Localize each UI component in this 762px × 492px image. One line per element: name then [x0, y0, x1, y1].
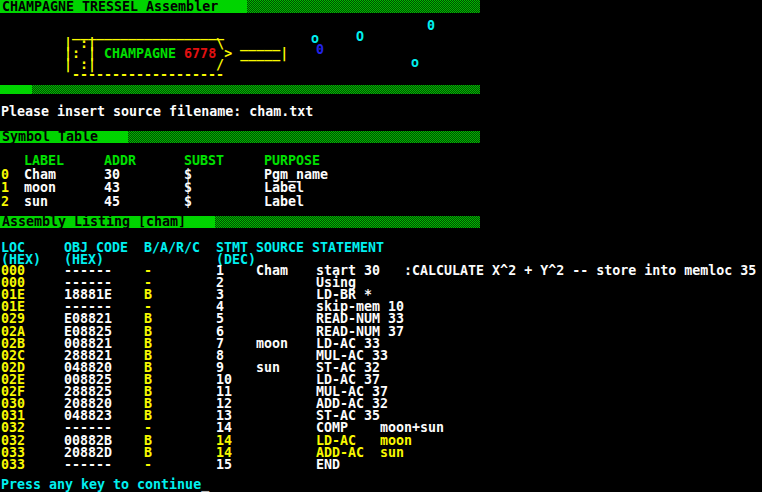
source-label: Cham [256, 265, 288, 277]
symbol-subst: $ [184, 181, 192, 195]
separator-bar-solid [0, 85, 32, 94]
col-header-purpose: PURPOSE [264, 154, 320, 168]
press-any-key-text: Press any key to continue [1, 477, 201, 492]
title-bar: CHAMPAGNE TRESSEL Assembler [0, 0, 480, 13]
listing-row: 033 20882D B 14 ADD-AC sun [0, 447, 762, 459]
app-title: CHAMPAGNE TRESSEL Assembler [0, 0, 247, 13]
bottle-row3-right: > _____| [216, 46, 288, 61]
col-header-label: LABEL [24, 154, 64, 168]
listing-row: 02D 048820 B 9 sun ST-AC 32 [0, 362, 762, 374]
assembly-listing-bar-solid: Assembly Listing [cham] [0, 216, 215, 228]
symbol-index: 0 [1, 168, 9, 182]
assembly-listing-title: Assembly Listing [cham] [0, 216, 215, 228]
symbol-table-header-row: LABEL ADDR SUBST PURPOSE [0, 154, 762, 168]
symbol-subst: $ [184, 168, 192, 182]
source-label: sun [256, 362, 280, 374]
statement-text: start 30 :CALCULATE X^2 + Y^2 -- store i… [316, 265, 756, 277]
bubble-icon: O [356, 31, 364, 43]
title-bar-dither-fill [247, 0, 480, 13]
text-cursor: _ [201, 477, 209, 492]
symbol-table-title: Symbol Table [0, 131, 128, 143]
listing-row: 000 ------ - 2 Using [0, 277, 762, 289]
symbol-purpose: Label [264, 195, 304, 209]
symbol-row: 0 Cham 30 $ Pgm_name [0, 168, 762, 182]
symbol-row: 1 moon 43 $ Label [0, 181, 762, 195]
filename-prompt: Please insert source filename: cham.txt [1, 104, 313, 119]
symbol-label: Cham [24, 168, 56, 182]
symbol-index: 1 [1, 181, 9, 195]
listing-row: 02C 288821 B 8 MUL-AC 33 [0, 350, 762, 362]
bubble-icon: 0 [316, 44, 324, 56]
assembly-listing-bar-dither-fill [215, 216, 480, 228]
symbol-subst: $ [184, 195, 192, 209]
symbol-index: 2 [1, 195, 9, 209]
bubble-icon: 0 [427, 20, 435, 32]
barc-value: - [144, 459, 152, 471]
symbol-purpose: Pgm_name [264, 168, 328, 182]
listing-row: 033 ------ - 15 END [0, 459, 762, 471]
bottle-bottom-line: ------------------- [64, 67, 224, 82]
col-header-subst: SUBST [184, 154, 224, 168]
listing-header-row-1: LOC OBJ CODE B/A/R/C STMT SOURCE STATEME… [0, 240, 762, 252]
listing-row: 030 208820 B 12 ADD-AC 32 [0, 398, 762, 410]
stmt-value: 15 [216, 459, 232, 471]
assembly-listing-bar: Assembly Listing [cham] [0, 216, 480, 228]
listing-row: 02A E08825 B 6 READ-NUM 37 [0, 326, 762, 338]
separator-bar [0, 85, 480, 94]
symbol-table-bar-dither-fill [128, 131, 480, 143]
bubble-icon: o [411, 57, 419, 69]
champagne-bottle-art: ___________________ | :| \ _____ |: | CH… [64, 28, 288, 81]
symbol-table: LABEL ADDR SUBST PURPOSE 0 Cham 30 $ Pgm… [0, 154, 762, 208]
assembly-listing-rows: 000 ------ - 1 Cham start 30 :CALCULATE … [0, 265, 762, 471]
symbol-addr: 30 [104, 168, 120, 182]
symbol-label: sun [24, 195, 48, 209]
symbol-table-bar: Symbol Table [0, 131, 480, 143]
footer-prompt: Press any key to continue_ [1, 477, 209, 492]
col-header-addr: ADDR [104, 154, 136, 168]
loc-value: 033 [1, 459, 25, 471]
statement-text: END [316, 459, 340, 471]
source-label: moon [256, 338, 288, 350]
symbol-purpose: Label [264, 181, 304, 195]
symbol-row: 2 sun 45 $ Label [0, 195, 762, 209]
title-bar-solid: CHAMPAGNE TRESSEL Assembler [0, 0, 247, 13]
listing-row: 000 ------ - 1 Cham start 30 :CALCULATE … [0, 265, 762, 277]
symbol-addr: 43 [104, 181, 120, 195]
separator-bar-dither-fill [32, 85, 480, 94]
symbol-label: moon [24, 181, 56, 195]
filename-prompt-text: Please insert source filename: cham.txt [1, 104, 313, 119]
objcode-value: ------ [64, 459, 112, 471]
symbol-addr: 45 [104, 195, 120, 209]
terminal-screen[interactable]: CHAMPAGNE TRESSEL Assembler ____________… [0, 0, 762, 492]
symbol-table-bar-solid: Symbol Table [0, 131, 128, 143]
